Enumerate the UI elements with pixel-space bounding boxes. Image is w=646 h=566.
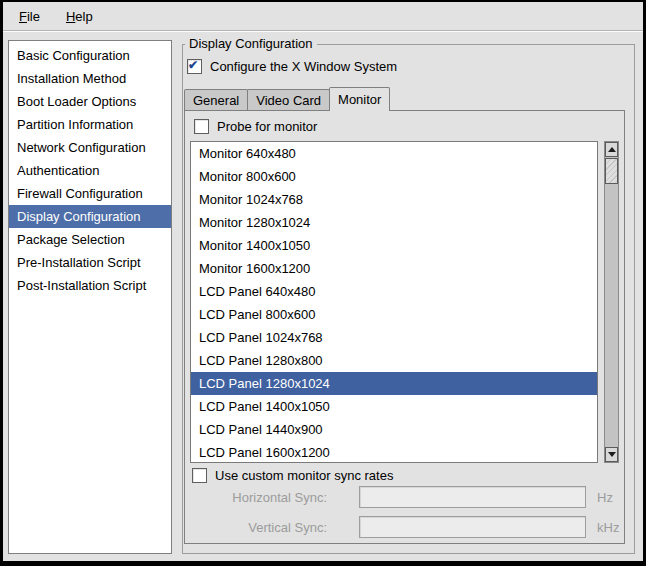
vertical-sync-row: Vertical Sync:kHz bbox=[185, 516, 624, 538]
sidebar-item[interactable]: Boot Loader Options bbox=[9, 90, 171, 113]
vertical-sync-label: Vertical Sync: bbox=[185, 520, 327, 535]
sync-fields: Horizontal Sync:HzVertical Sync:kHz bbox=[185, 486, 624, 546]
list-item[interactable]: Monitor 1280x1024 bbox=[191, 211, 597, 234]
horizontal-sync-input[interactable] bbox=[359, 486, 586, 508]
sidebar-item[interactable]: Partition Information bbox=[9, 113, 171, 136]
scrollbar-thumb[interactable] bbox=[605, 158, 618, 184]
custom-sync-checkbox-row[interactable]: Use custom monitor sync rates bbox=[192, 468, 393, 483]
sidebar-item[interactable]: Post-Installation Script bbox=[9, 274, 171, 297]
vertical-sync-unit: kHz bbox=[597, 520, 619, 535]
scrollbar-up-button[interactable] bbox=[605, 142, 618, 157]
probe-monitor-checkbox-row[interactable]: Probe for monitor bbox=[194, 119, 317, 134]
menu-item-file[interactable]: File bbox=[11, 7, 48, 26]
list-item[interactable]: Monitor 640x480 bbox=[191, 142, 597, 165]
vertical-sync-input[interactable] bbox=[359, 516, 586, 538]
custom-sync-checkbox[interactable] bbox=[192, 468, 207, 483]
tab-monitor[interactable]: Monitor bbox=[329, 87, 390, 111]
sidebar-item[interactable]: Package Selection bbox=[9, 228, 171, 251]
list-item[interactable]: LCD Panel 800x600 bbox=[191, 303, 597, 326]
sidebar-item[interactable]: Authentication bbox=[9, 159, 171, 182]
list-item[interactable]: LCD Panel 1440x900 bbox=[191, 418, 597, 441]
sidebar-item[interactable]: Basic Configuration bbox=[9, 44, 171, 67]
arrow-down-icon bbox=[608, 452, 616, 457]
list-item[interactable]: LCD Panel 1280x1024 bbox=[191, 372, 597, 395]
frame-title: Display Configuration bbox=[185, 36, 317, 51]
list-item[interactable]: LCD Panel 640x480 bbox=[191, 280, 597, 303]
list-item[interactable]: LCD Panel 1280x800 bbox=[191, 349, 597, 372]
custom-sync-label: Use custom monitor sync rates bbox=[215, 468, 393, 483]
configure-x-label: Configure the X Window System bbox=[210, 59, 397, 74]
probe-monitor-checkbox[interactable] bbox=[194, 119, 209, 134]
sidebar-item[interactable]: Firewall Configuration bbox=[9, 182, 171, 205]
tab-video-card[interactable]: Video Card bbox=[247, 89, 330, 110]
list-item[interactable]: Monitor 800x600 bbox=[191, 165, 597, 188]
menu-item-help[interactable]: Help bbox=[58, 7, 101, 26]
app-window: FileHelp Basic ConfigurationInstallation… bbox=[0, 0, 646, 566]
sidebar-item[interactable]: Pre-Installation Script bbox=[9, 251, 171, 274]
monitor-list[interactable]: Monitor 640x480Monitor 800x600Monitor 10… bbox=[190, 141, 598, 463]
sidebar-item[interactable]: Network Configuration bbox=[9, 136, 171, 159]
configure-x-checkbox[interactable] bbox=[187, 59, 202, 74]
sidebar-item[interactable]: Display Configuration bbox=[9, 205, 171, 228]
menu-bar: FileHelp bbox=[3, 2, 643, 31]
monitor-tab-page: Probe for monitor Monitor 640x480Monitor… bbox=[184, 110, 625, 544]
horizontal-sync-row: Horizontal Sync:Hz bbox=[185, 486, 624, 508]
scrollbar-down-button[interactable] bbox=[605, 447, 618, 462]
horizontal-sync-unit: Hz bbox=[597, 490, 613, 505]
list-item[interactable]: LCD Panel 1400x1050 bbox=[191, 395, 597, 418]
configure-x-checkbox-row[interactable]: Configure the X Window System bbox=[187, 59, 397, 74]
arrow-up-icon bbox=[608, 147, 616, 152]
sidebar-list[interactable]: Basic ConfigurationInstallation MethodBo… bbox=[8, 40, 172, 554]
monitor-list-scrollbar[interactable] bbox=[604, 141, 619, 463]
tab-general[interactable]: General bbox=[184, 89, 248, 110]
list-item[interactable]: Monitor 1400x1050 bbox=[191, 234, 597, 257]
probe-monitor-label: Probe for monitor bbox=[217, 119, 317, 134]
list-item[interactable]: Monitor 1024x768 bbox=[191, 188, 597, 211]
window-content: FileHelp Basic ConfigurationInstallation… bbox=[3, 2, 643, 561]
list-item[interactable]: Monitor 1600x1200 bbox=[191, 257, 597, 280]
tab-bar: GeneralVideo CardMonitor bbox=[184, 87, 389, 110]
sidebar-item[interactable]: Installation Method bbox=[9, 67, 171, 90]
list-item[interactable]: LCD Panel 1024x768 bbox=[191, 326, 597, 349]
horizontal-sync-label: Horizontal Sync: bbox=[185, 490, 327, 505]
list-item[interactable]: LCD Panel 1600x1200 bbox=[191, 441, 597, 463]
